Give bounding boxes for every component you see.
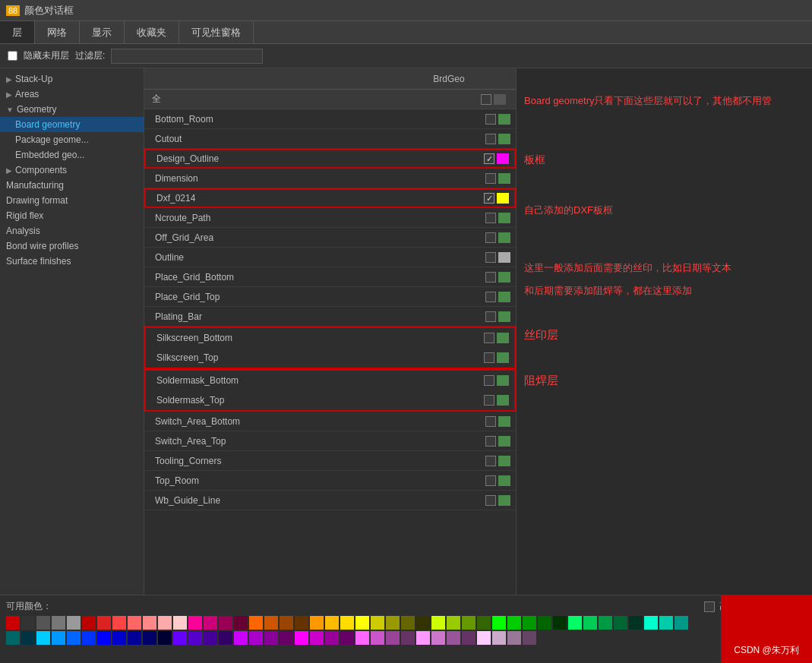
table-row[interactable]: Ncroute_Path: [144, 208, 516, 228]
palette-swatch[interactable]: [188, 616, 202, 630]
layer-checkbox[interactable]: ✓: [484, 193, 494, 204]
layer-color[interactable]: [498, 252, 510, 263]
table-row[interactable]: Cutout: [144, 129, 516, 149]
table-row-silkscreen-top[interactable]: Silkscreen_Top: [146, 348, 514, 368]
palette-swatch[interactable]: [204, 631, 217, 645]
tab-display[interactable]: 显示: [80, 21, 125, 43]
layer-color[interactable]: [498, 475, 510, 486]
palette-swatch[interactable]: [447, 631, 460, 645]
palette-swatch[interactable]: [82, 631, 96, 645]
hide-unused-checkbox[interactable]: [8, 51, 17, 61]
layer-color[interactable]: [498, 456, 510, 466]
palette-swatch[interactable]: [36, 631, 50, 645]
sidebar-item-geometry[interactable]: ▼ Geometry: [0, 102, 144, 117]
layer-checkbox[interactable]: [485, 173, 496, 184]
layer-color[interactable]: [497, 333, 509, 343]
palette-swatch[interactable]: [21, 616, 35, 630]
palette-swatch[interactable]: [295, 616, 308, 630]
palette-swatch[interactable]: [507, 616, 521, 630]
palette-swatch[interactable]: [340, 616, 354, 630]
palette-swatch[interactable]: [143, 616, 156, 630]
palette-swatch[interactable]: [36, 616, 50, 630]
tab-layer[interactable]: 层: [0, 21, 35, 43]
palette-swatch[interactable]: [492, 616, 506, 630]
palette-swatch[interactable]: [249, 616, 263, 630]
palette-swatch[interactable]: [173, 616, 187, 630]
palette-swatch[interactable]: [143, 631, 156, 645]
tab-network[interactable]: 网络: [35, 21, 80, 43]
palette-swatch[interactable]: [128, 616, 141, 630]
palette-swatch[interactable]: [477, 616, 491, 630]
palette-swatch[interactable]: [401, 631, 415, 645]
palette-swatch[interactable]: [204, 616, 217, 630]
layer-checkbox[interactable]: [485, 134, 496, 144]
palette-swatch[interactable]: [659, 616, 673, 630]
palette-swatch[interactable]: [97, 616, 111, 630]
layer-checkbox[interactable]: [485, 213, 496, 223]
layer-color[interactable]: [498, 232, 510, 243]
palette-swatch[interactable]: [52, 616, 65, 630]
palette-swatch[interactable]: [280, 616, 293, 630]
palette-swatch[interactable]: [6, 616, 20, 630]
sidebar-item-rigid-flex[interactable]: Rigid flex: [0, 208, 144, 223]
palette-swatch[interactable]: [112, 631, 126, 645]
palette-swatch[interactable]: [82, 616, 96, 630]
sidebar-item-areas[interactable]: ▶ Areas: [0, 87, 144, 102]
layer-checkbox[interactable]: [484, 352, 494, 363]
all-checkbox[interactable]: [481, 94, 491, 105]
layer-color[interactable]: [498, 213, 510, 223]
palette-swatch[interactable]: [128, 631, 141, 645]
palette-swatch[interactable]: [158, 631, 172, 645]
layer-color[interactable]: [498, 134, 510, 144]
layer-checkbox[interactable]: [485, 252, 496, 263]
palette-swatch[interactable]: [340, 631, 354, 645]
palette-swatch[interactable]: [67, 616, 81, 630]
sidebar-item-analysis[interactable]: Analysis: [0, 223, 144, 238]
palette-swatch[interactable]: [492, 631, 506, 645]
palette-swatch[interactable]: [371, 616, 384, 630]
layer-checkbox[interactable]: ✓: [484, 153, 494, 164]
highlight-checkbox[interactable]: [704, 601, 715, 612]
layer-checkbox[interactable]: [484, 375, 494, 386]
palette-swatch[interactable]: [219, 616, 232, 630]
all-color[interactable]: [494, 94, 506, 105]
layer-checkbox[interactable]: [485, 232, 496, 243]
layer-color[interactable]: [498, 272, 510, 283]
table-row-dxf[interactable]: Dxf_0214 ✓: [144, 188, 516, 208]
layer-color[interactable]: [498, 292, 510, 302]
layer-checkbox[interactable]: [485, 436, 496, 447]
layer-checkbox[interactable]: [485, 272, 496, 283]
palette-swatch[interactable]: [386, 616, 400, 630]
palette-swatch[interactable]: [386, 631, 400, 645]
layer-color[interactable]: [497, 193, 509, 204]
layer-checkbox[interactable]: [485, 292, 496, 302]
sidebar-item-components[interactable]: ▶ Components: [0, 163, 144, 178]
table-row[interactable]: Top_Room: [144, 471, 516, 491]
layer-color[interactable]: [497, 153, 509, 164]
layer-color[interactable]: [498, 436, 510, 447]
palette-swatch[interactable]: [477, 631, 491, 645]
palette-swatch[interactable]: [507, 631, 521, 645]
palette-swatch[interactable]: [523, 616, 536, 630]
palette-swatch[interactable]: [462, 631, 476, 645]
palette-swatch[interactable]: [234, 631, 248, 645]
palette-swatch[interactable]: [599, 616, 612, 630]
palette-swatch[interactable]: [112, 616, 126, 630]
sidebar-item-bond-wire-profiles[interactable]: Bond wire profiles: [0, 238, 144, 254]
table-row[interactable]: Switch_Area_Bottom: [144, 412, 516, 431]
table-row[interactable]: Tooling_Corners: [144, 451, 516, 471]
palette-swatch[interactable]: [355, 616, 369, 630]
table-row[interactable]: Dimension: [144, 169, 516, 188]
table-row[interactable]: Outline: [144, 248, 516, 267]
palette-swatch[interactable]: [219, 631, 232, 645]
palette-swatch[interactable]: [264, 616, 278, 630]
palette-swatch[interactable]: [416, 631, 430, 645]
sidebar-item-package-geometry[interactable]: Package geome...: [0, 132, 144, 147]
layer-checkbox[interactable]: [484, 395, 494, 406]
table-row[interactable]: Place_Grid_Top: [144, 287, 516, 307]
layer-color[interactable]: [498, 416, 510, 427]
table-row[interactable]: Wb_Guide_Line: [144, 491, 516, 510]
layer-color[interactable]: [498, 311, 510, 322]
palette-swatch[interactable]: [52, 631, 65, 645]
palette-swatch[interactable]: [568, 616, 582, 630]
